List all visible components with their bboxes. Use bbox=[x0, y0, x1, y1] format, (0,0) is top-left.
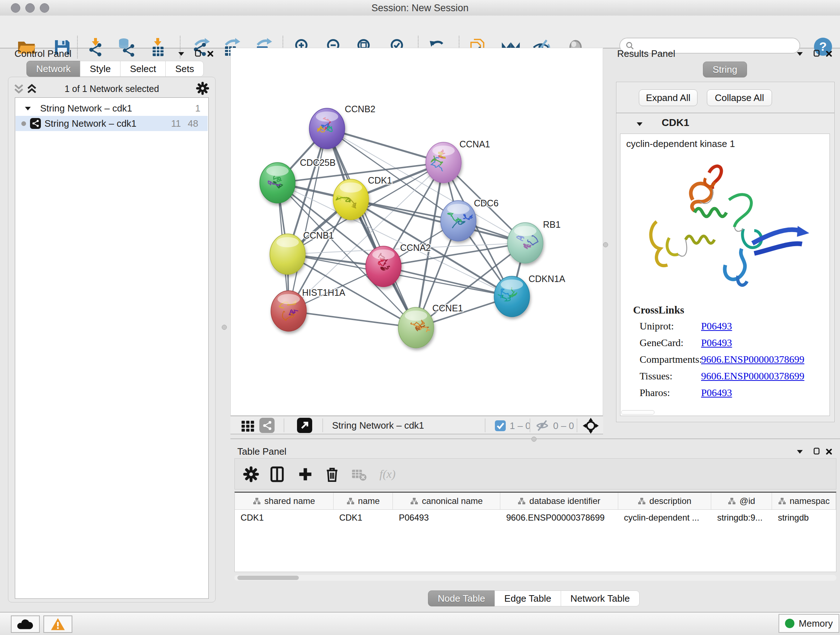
node-table: shared namenamecanonical namedatabase id… bbox=[234, 492, 836, 572]
network-row-selected[interactable]: String Network – cdk1 11 48 bbox=[16, 116, 208, 131]
tab-select[interactable]: Select bbox=[120, 61, 166, 77]
control-panel-collapse-button[interactable] bbox=[176, 49, 187, 59]
table-cell[interactable]: CDK1 bbox=[235, 513, 333, 523]
left-splitter-dot[interactable] bbox=[222, 325, 227, 330]
memory-button[interactable]: Memory bbox=[778, 614, 839, 633]
status-bar: Memory bbox=[0, 612, 840, 635]
network-edge[interactable] bbox=[289, 311, 416, 328]
crosslink-value-link[interactable]: P06493 bbox=[701, 320, 732, 332]
edge-count: 48 bbox=[188, 118, 198, 129]
network-share-gray-icon[interactable] bbox=[259, 418, 275, 433]
column-header-namespac[interactable]: namespac bbox=[772, 493, 836, 509]
network-edge[interactable] bbox=[289, 128, 327, 311]
expand-all-button[interactable]: Expand All bbox=[639, 89, 698, 106]
crosslink-row: Compartments:9606.ENSP00000378699 bbox=[639, 354, 702, 365]
network-options-gear-icon[interactable] bbox=[196, 81, 210, 95]
column-header-label: @id bbox=[739, 496, 755, 506]
crosslink-row: GeneCard:P06493 bbox=[639, 337, 684, 348]
import-network-file-icon[interactable] bbox=[86, 37, 105, 57]
protein-structure-image bbox=[635, 157, 816, 298]
results-panel-close-button[interactable] bbox=[823, 49, 834, 59]
tab-edge-table[interactable]: Edge Table bbox=[494, 591, 561, 606]
import-table-icon[interactable] bbox=[148, 37, 167, 57]
crosslink-label: Uniprot: bbox=[639, 320, 674, 332]
table-columns-icon[interactable] bbox=[269, 466, 286, 483]
table-panel-title: Table Panel bbox=[237, 446, 286, 457]
delete-column-icon[interactable] bbox=[324, 466, 340, 483]
crosslink-value-link[interactable]: P06493 bbox=[701, 387, 732, 399]
open-external-icon[interactable] bbox=[297, 418, 312, 433]
network-row-label: String Network – cdk1 bbox=[44, 118, 136, 129]
selected-checkbox-icon[interactable] bbox=[495, 420, 506, 431]
network-node-RB1[interactable]: RB1 bbox=[508, 219, 561, 263]
network-node-CCNE1[interactable]: CCNE1 bbox=[398, 303, 463, 348]
table-gear-icon[interactable] bbox=[243, 466, 259, 483]
entry-description: cyclin-dependent kinase 1 bbox=[626, 138, 735, 149]
crosslink-value-link[interactable]: 9606.ENSP00000378699 bbox=[701, 354, 804, 365]
import-network-database-icon[interactable] bbox=[116, 37, 136, 57]
table-cell[interactable]: 9606.ENSP00000378699 bbox=[500, 513, 618, 523]
table-hscroll-thumb[interactable] bbox=[237, 576, 299, 580]
warnings-button[interactable] bbox=[43, 616, 73, 633]
table-cell[interactable]: P06493 bbox=[393, 513, 500, 523]
column-header-canonical-name[interactable]: canonical name bbox=[393, 493, 500, 509]
crosslink-label: Tissues: bbox=[639, 371, 673, 382]
network-node-CDKN1A[interactable]: CDKN1A bbox=[494, 274, 565, 317]
tab-network-table[interactable]: Network Table bbox=[561, 591, 639, 606]
table-panel-close-button[interactable] bbox=[823, 447, 834, 456]
tab-string[interactable]: String bbox=[703, 62, 747, 78]
entry-collapse-icon[interactable] bbox=[636, 121, 643, 126]
table-panel-float-button[interactable] bbox=[811, 446, 822, 456]
column-header-database-identifier[interactable]: database identifier bbox=[500, 493, 618, 509]
results-hscroll-thumb[interactable] bbox=[621, 410, 654, 415]
collection-count: 1 bbox=[195, 103, 201, 114]
table-toolbar: f(x) bbox=[234, 458, 836, 489]
crosslink-value-link[interactable]: 9606.ENSP00000378699 bbox=[701, 371, 804, 382]
network-node-CCNB2[interactable]: CCNB2 bbox=[309, 104, 376, 149]
table-panel-collapse-button[interactable] bbox=[794, 447, 805, 456]
column-header-shared-name[interactable]: shared name bbox=[235, 493, 333, 509]
table-cell[interactable]: stringdb bbox=[772, 513, 836, 523]
column-header--id[interactable]: @id bbox=[711, 493, 772, 509]
results-panel-collapse-button[interactable] bbox=[794, 49, 805, 59]
right-splitter-dot[interactable] bbox=[603, 242, 608, 247]
control-panel-float-button[interactable] bbox=[193, 48, 203, 58]
network-edge[interactable] bbox=[384, 266, 512, 296]
network-view-title: String Network – cdk1 bbox=[332, 420, 424, 431]
tree-expand-icon[interactable] bbox=[24, 106, 32, 111]
column-sort-icon bbox=[410, 497, 418, 505]
tab-style[interactable]: Style bbox=[80, 61, 120, 77]
network-selection-status: 1 of 1 Network selected bbox=[8, 84, 215, 94]
column-header-name[interactable]: name bbox=[333, 493, 393, 509]
crosslink-label: Pharos: bbox=[639, 387, 670, 398]
results-panel-float-button[interactable] bbox=[811, 48, 822, 58]
table-hscrollbar[interactable] bbox=[234, 575, 836, 581]
table-tabs: Node TableEdge TableNetwork Table bbox=[428, 591, 639, 606]
node-label: HIST1H1A bbox=[302, 287, 346, 298]
column-header-label: canonical name bbox=[422, 496, 483, 506]
column-sort-icon bbox=[728, 497, 736, 505]
control-panel-close-button[interactable] bbox=[205, 49, 216, 59]
tab-network[interactable]: Network bbox=[27, 61, 80, 77]
tab-node-table[interactable]: Node Table bbox=[428, 591, 495, 606]
network-node-HIST1H1A[interactable]: HIST1H1A bbox=[271, 287, 346, 331]
function-builder-icon: f(x) bbox=[378, 466, 406, 483]
hidden-eye-icon[interactable] bbox=[535, 419, 549, 432]
network-canvas[interactable]: CCNB2CCNA1CDC25BCDK1CDC6RB1CCNB1CCNA2CDK… bbox=[231, 48, 603, 416]
table-cell[interactable]: stringdb:9... bbox=[711, 513, 772, 523]
crosshair-icon[interactable] bbox=[582, 417, 600, 434]
node-label: CCNB1 bbox=[303, 230, 334, 241]
table-cell[interactable]: cyclin-dependent ... bbox=[618, 513, 712, 523]
birdseye-view-icon[interactable] bbox=[240, 418, 255, 433]
add-column-icon[interactable] bbox=[297, 466, 314, 483]
collapse-all-button[interactable]: Collapse All bbox=[707, 89, 772, 106]
crosslink-value-link[interactable]: P06493 bbox=[701, 337, 732, 348]
table-cell[interactable]: CDK1 bbox=[333, 513, 393, 523]
table-row[interactable]: CDK1CDK1P064939606.ENSP00000378699cyclin… bbox=[235, 510, 836, 526]
results-buttons-box: Expand All Collapse All bbox=[616, 82, 835, 113]
cloud-button[interactable] bbox=[11, 616, 40, 633]
network-collection-row[interactable]: String Network – cdk1 1 bbox=[16, 101, 208, 116]
tab-sets[interactable]: Sets bbox=[165, 61, 204, 77]
column-header-description[interactable]: description bbox=[618, 493, 712, 509]
splitter-handle-dot[interactable] bbox=[531, 437, 537, 442]
